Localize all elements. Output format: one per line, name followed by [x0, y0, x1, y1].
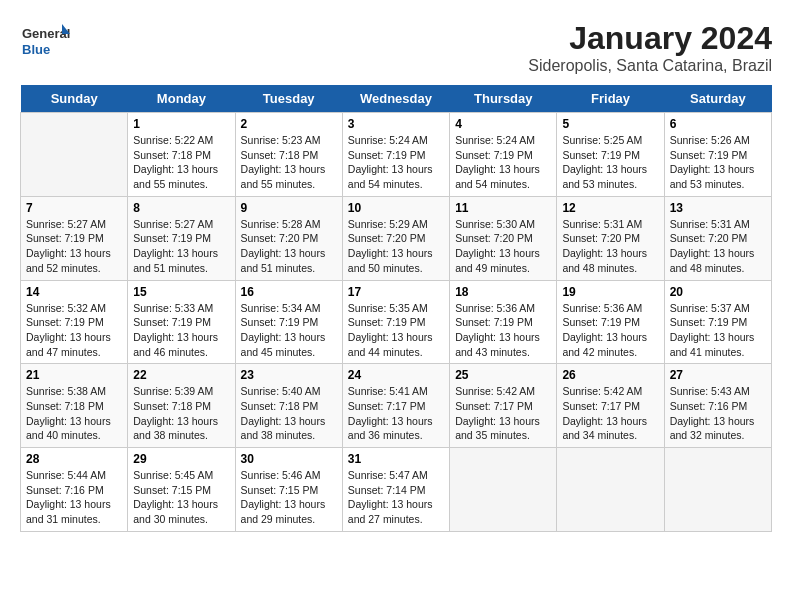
cell-info: Sunrise: 5:36 AM Sunset: 7:19 PM Dayligh… [562, 301, 658, 360]
sunset-text: Sunset: 7:19 PM [26, 315, 122, 330]
sunrise-text: Sunrise: 5:36 AM [562, 301, 658, 316]
daylight-text: Daylight: 13 hours and 45 minutes. [241, 330, 337, 359]
sunset-text: Sunset: 7:17 PM [348, 399, 444, 414]
calendar-cell: 29 Sunrise: 5:45 AM Sunset: 7:15 PM Dayl… [128, 448, 235, 532]
cell-info: Sunrise: 5:34 AM Sunset: 7:19 PM Dayligh… [241, 301, 337, 360]
date-number: 5 [562, 117, 658, 131]
sunset-text: Sunset: 7:19 PM [348, 315, 444, 330]
sunset-text: Sunset: 7:16 PM [26, 483, 122, 498]
calendar-cell: 27 Sunrise: 5:43 AM Sunset: 7:16 PM Dayl… [664, 364, 771, 448]
daylight-text: Daylight: 13 hours and 30 minutes. [133, 497, 229, 526]
sunset-text: Sunset: 7:19 PM [670, 315, 766, 330]
sunrise-text: Sunrise: 5:28 AM [241, 217, 337, 232]
date-number: 22 [133, 368, 229, 382]
calendar-cell: 31 Sunrise: 5:47 AM Sunset: 7:14 PM Dayl… [342, 448, 449, 532]
sunset-text: Sunset: 7:14 PM [348, 483, 444, 498]
calendar-cell: 28 Sunrise: 5:44 AM Sunset: 7:16 PM Dayl… [21, 448, 128, 532]
calendar-cell: 6 Sunrise: 5:26 AM Sunset: 7:19 PM Dayli… [664, 113, 771, 197]
sunset-text: Sunset: 7:19 PM [455, 148, 551, 163]
calendar-cell: 7 Sunrise: 5:27 AM Sunset: 7:19 PM Dayli… [21, 196, 128, 280]
date-number: 7 [26, 201, 122, 215]
cell-info: Sunrise: 5:31 AM Sunset: 7:20 PM Dayligh… [562, 217, 658, 276]
week-row-1: 1 Sunrise: 5:22 AM Sunset: 7:18 PM Dayli… [21, 113, 772, 197]
cell-info: Sunrise: 5:32 AM Sunset: 7:19 PM Dayligh… [26, 301, 122, 360]
daylight-text: Daylight: 13 hours and 43 minutes. [455, 330, 551, 359]
calendar-cell: 20 Sunrise: 5:37 AM Sunset: 7:19 PM Dayl… [664, 280, 771, 364]
sunrise-text: Sunrise: 5:24 AM [348, 133, 444, 148]
date-number: 1 [133, 117, 229, 131]
cell-info: Sunrise: 5:27 AM Sunset: 7:19 PM Dayligh… [133, 217, 229, 276]
date-number: 14 [26, 285, 122, 299]
sunset-text: Sunset: 7:15 PM [241, 483, 337, 498]
week-row-3: 14 Sunrise: 5:32 AM Sunset: 7:19 PM Dayl… [21, 280, 772, 364]
daylight-text: Daylight: 13 hours and 51 minutes. [241, 246, 337, 275]
calendar-cell: 8 Sunrise: 5:27 AM Sunset: 7:19 PM Dayli… [128, 196, 235, 280]
daylight-text: Daylight: 13 hours and 46 minutes. [133, 330, 229, 359]
cell-info: Sunrise: 5:31 AM Sunset: 7:20 PM Dayligh… [670, 217, 766, 276]
daylight-text: Daylight: 13 hours and 40 minutes. [26, 414, 122, 443]
sunrise-text: Sunrise: 5:45 AM [133, 468, 229, 483]
date-number: 19 [562, 285, 658, 299]
sunset-text: Sunset: 7:19 PM [133, 315, 229, 330]
day-header-thursday: Thursday [450, 85, 557, 113]
calendar-cell: 13 Sunrise: 5:31 AM Sunset: 7:20 PM Dayl… [664, 196, 771, 280]
cell-info: Sunrise: 5:23 AM Sunset: 7:18 PM Dayligh… [241, 133, 337, 192]
sunrise-text: Sunrise: 5:31 AM [670, 217, 766, 232]
calendar-cell: 25 Sunrise: 5:42 AM Sunset: 7:17 PM Dayl… [450, 364, 557, 448]
daylight-text: Daylight: 13 hours and 27 minutes. [348, 497, 444, 526]
calendar-cell: 2 Sunrise: 5:23 AM Sunset: 7:18 PM Dayli… [235, 113, 342, 197]
calendar-cell [21, 113, 128, 197]
date-number: 9 [241, 201, 337, 215]
calendar-cell: 17 Sunrise: 5:35 AM Sunset: 7:19 PM Dayl… [342, 280, 449, 364]
cell-info: Sunrise: 5:41 AM Sunset: 7:17 PM Dayligh… [348, 384, 444, 443]
main-title: January 2024 [528, 20, 772, 57]
day-header-row: SundayMondayTuesdayWednesdayThursdayFrid… [21, 85, 772, 113]
calendar-cell: 12 Sunrise: 5:31 AM Sunset: 7:20 PM Dayl… [557, 196, 664, 280]
sunset-text: Sunset: 7:19 PM [26, 231, 122, 246]
calendar-cell: 14 Sunrise: 5:32 AM Sunset: 7:19 PM Dayl… [21, 280, 128, 364]
sunset-text: Sunset: 7:17 PM [562, 399, 658, 414]
date-number: 13 [670, 201, 766, 215]
cell-info: Sunrise: 5:27 AM Sunset: 7:19 PM Dayligh… [26, 217, 122, 276]
calendar-cell: 9 Sunrise: 5:28 AM Sunset: 7:20 PM Dayli… [235, 196, 342, 280]
daylight-text: Daylight: 13 hours and 51 minutes. [133, 246, 229, 275]
cell-info: Sunrise: 5:37 AM Sunset: 7:19 PM Dayligh… [670, 301, 766, 360]
sunrise-text: Sunrise: 5:46 AM [241, 468, 337, 483]
cell-info: Sunrise: 5:28 AM Sunset: 7:20 PM Dayligh… [241, 217, 337, 276]
date-number: 20 [670, 285, 766, 299]
day-header-saturday: Saturday [664, 85, 771, 113]
date-number: 25 [455, 368, 551, 382]
calendar-table: SundayMondayTuesdayWednesdayThursdayFrid… [20, 85, 772, 532]
calendar-cell: 15 Sunrise: 5:33 AM Sunset: 7:19 PM Dayl… [128, 280, 235, 364]
calendar-cell: 22 Sunrise: 5:39 AM Sunset: 7:18 PM Dayl… [128, 364, 235, 448]
cell-info: Sunrise: 5:39 AM Sunset: 7:18 PM Dayligh… [133, 384, 229, 443]
cell-info: Sunrise: 5:35 AM Sunset: 7:19 PM Dayligh… [348, 301, 444, 360]
date-number: 21 [26, 368, 122, 382]
cell-info: Sunrise: 5:26 AM Sunset: 7:19 PM Dayligh… [670, 133, 766, 192]
sunset-text: Sunset: 7:19 PM [562, 315, 658, 330]
date-number: 17 [348, 285, 444, 299]
sunrise-text: Sunrise: 5:23 AM [241, 133, 337, 148]
daylight-text: Daylight: 13 hours and 49 minutes. [455, 246, 551, 275]
date-number: 2 [241, 117, 337, 131]
cell-info: Sunrise: 5:44 AM Sunset: 7:16 PM Dayligh… [26, 468, 122, 527]
calendar-cell: 26 Sunrise: 5:42 AM Sunset: 7:17 PM Dayl… [557, 364, 664, 448]
sunset-text: Sunset: 7:19 PM [348, 148, 444, 163]
day-header-tuesday: Tuesday [235, 85, 342, 113]
calendar-cell [664, 448, 771, 532]
cell-info: Sunrise: 5:25 AM Sunset: 7:19 PM Dayligh… [562, 133, 658, 192]
sunrise-text: Sunrise: 5:27 AM [133, 217, 229, 232]
sunset-text: Sunset: 7:20 PM [348, 231, 444, 246]
date-number: 24 [348, 368, 444, 382]
calendar-cell: 24 Sunrise: 5:41 AM Sunset: 7:17 PM Dayl… [342, 364, 449, 448]
calendar-cell [450, 448, 557, 532]
cell-info: Sunrise: 5:22 AM Sunset: 7:18 PM Dayligh… [133, 133, 229, 192]
sunset-text: Sunset: 7:19 PM [455, 315, 551, 330]
week-row-2: 7 Sunrise: 5:27 AM Sunset: 7:19 PM Dayli… [21, 196, 772, 280]
daylight-text: Daylight: 13 hours and 53 minutes. [670, 162, 766, 191]
cell-info: Sunrise: 5:33 AM Sunset: 7:19 PM Dayligh… [133, 301, 229, 360]
calendar-cell: 5 Sunrise: 5:25 AM Sunset: 7:19 PM Dayli… [557, 113, 664, 197]
svg-text:Blue: Blue [22, 42, 50, 57]
logo: General Blue [20, 20, 70, 65]
sunset-text: Sunset: 7:18 PM [133, 399, 229, 414]
